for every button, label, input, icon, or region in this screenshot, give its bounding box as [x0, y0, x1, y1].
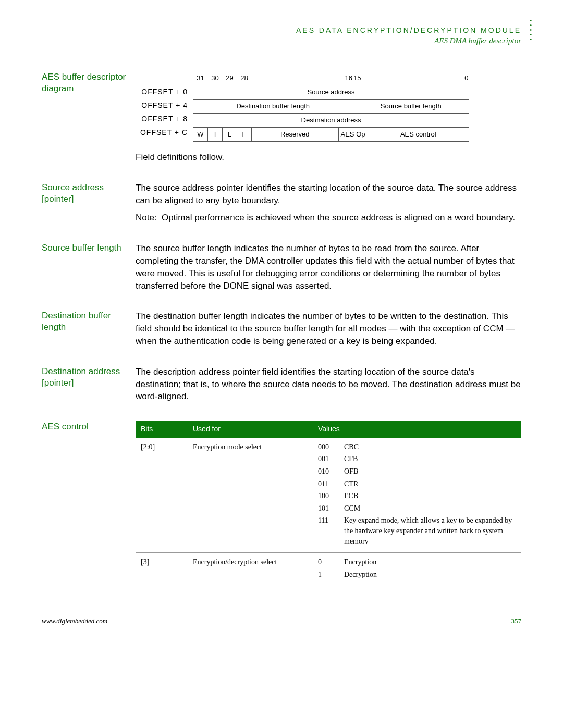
table-row: [2:0]Encryption mode select000CBC001CFB0…	[136, 438, 521, 553]
value-code: 011	[318, 479, 344, 489]
value-code: 000	[318, 442, 344, 452]
row-dest-buf-len: Destination buffer length	[193, 100, 353, 114]
value-row: 111Key expand mode, which allows a key t…	[318, 515, 516, 546]
bit-28: 28	[237, 71, 252, 85]
section-source-buffer-length: Source buffer length The source buffer l…	[42, 242, 521, 292]
body-source-address: The source address pointer identifies th…	[136, 182, 521, 207]
footer-page: 357	[511, 617, 522, 625]
header-title: AES DATA ENCRYPTION/DECRYPTION MODULE	[42, 26, 521, 34]
page-header: ••••• AES DATA ENCRYPTION/DECRYPTION MOD…	[42, 26, 521, 45]
th-values: Values	[313, 421, 521, 438]
section-aes-control: AES control Bits Used for Values [2:0]En…	[42, 421, 521, 586]
value-desc: CTR	[344, 479, 516, 489]
page-footer: www.digiembedded.com 357	[42, 617, 521, 625]
section-diagram: AES buffer descriptor diagram OFFSET + 0…	[42, 71, 521, 164]
section-source-address: Source address [pointer] The source addr…	[42, 182, 521, 224]
value-desc: Key expand mode, which allows a key to b…	[344, 515, 516, 546]
document-page: ••••• AES DATA ENCRYPTION/DECRYPTION MOD…	[0, 0, 563, 646]
value-code: 101	[318, 503, 344, 514]
diagram-body: OFFSET + 0 OFFSET + 4 OFFSET + 8 OFFSET …	[136, 71, 521, 164]
value-desc: Decryption	[344, 570, 516, 580]
bit-29: 29	[223, 71, 237, 85]
cell-used-for: Encryption mode select	[188, 438, 313, 553]
section-dest-address: Destination address [pointer] The descri…	[42, 366, 521, 403]
offset-8: OFFSET + 8	[136, 112, 188, 126]
body-dest-buffer-length: The destination buffer length indicates …	[136, 310, 521, 347]
aes-control-cell: AES control	[368, 128, 469, 142]
aes-op: AES Op	[338, 128, 368, 142]
title-dest-address: Destination address [pointer]	[42, 366, 136, 403]
note-label: Note:	[136, 212, 162, 224]
cell-bits: [2:0]	[136, 438, 188, 553]
value-code: 100	[318, 491, 344, 501]
offset-0: OFFSET + 0	[136, 85, 188, 98]
row-src-buf-len: Source buffer length	[353, 100, 469, 114]
table-row: [3]Encryption/decryption select0Encrypti…	[136, 553, 521, 586]
value-row: 1Decryption	[318, 570, 516, 580]
value-code: 1	[318, 570, 344, 580]
offset-c: OFFSET + C	[136, 126, 188, 139]
value-code: 001	[318, 454, 344, 464]
title-source-address: Source address [pointer]	[42, 182, 136, 224]
cell-bits: [3]	[136, 553, 188, 586]
value-code: 111	[318, 515, 344, 546]
flag-i: I	[208, 128, 223, 142]
value-desc: CFB	[344, 454, 516, 464]
cell-used-for: Encryption/decryption select	[188, 553, 313, 586]
value-row: 0Encryption	[318, 557, 516, 567]
bit-31: 31	[193, 71, 208, 85]
cell-values: 000CBC001CFB010OFB011CTR100ECB101CCM111K…	[313, 438, 521, 553]
th-used: Used for	[188, 421, 313, 438]
value-desc: CCM	[344, 503, 516, 514]
title-dest-buffer-length: Destination buffer length	[42, 310, 136, 347]
flag-l: L	[223, 128, 237, 142]
value-row: 011CTR	[318, 479, 516, 489]
value-desc: CBC	[344, 442, 516, 452]
flag-w: W	[193, 128, 208, 142]
bit-table: 31 30 29 28 16 15 0 Source address Desti…	[193, 71, 469, 142]
value-row: 100ECB	[318, 491, 516, 501]
title-source-buffer-length: Source buffer length	[42, 242, 136, 292]
value-row: 010OFB	[318, 466, 516, 477]
value-row: 101CCM	[318, 503, 516, 514]
row-source-address: Source address	[193, 85, 469, 100]
body-dest-address: The description address pointer field id…	[136, 366, 521, 403]
offset-labels: OFFSET + 0 OFFSET + 4 OFFSET + 8 OFFSET …	[136, 71, 193, 142]
value-row: 000CBC	[318, 442, 516, 452]
bit-diagram: OFFSET + 0 OFFSET + 4 OFFSET + 8 OFFSET …	[136, 71, 521, 142]
bit-16: 16	[338, 71, 353, 85]
section-dest-buffer-length: Destination buffer length The destinatio…	[42, 310, 521, 347]
row-dest-address: Destination address	[193, 114, 469, 128]
value-desc: Encryption	[344, 557, 516, 567]
body-source-buffer-length: The source buffer length indicates the n…	[136, 242, 521, 292]
footer-url: www.digiembedded.com	[42, 617, 107, 625]
reserved: Reserved	[252, 128, 339, 142]
field-definitions-follow: Field definitions follow.	[136, 151, 521, 164]
header-subtitle: AES DMA buffer descriptor	[42, 36, 521, 45]
th-bits: Bits	[136, 421, 188, 438]
bit-0: 0	[455, 71, 469, 85]
bit-15: 15	[353, 71, 368, 85]
value-code: 010	[318, 466, 344, 477]
value-desc: ECB	[344, 491, 516, 501]
section-title-diagram: AES buffer descriptor diagram	[42, 71, 136, 164]
offset-4: OFFSET + 4	[136, 98, 188, 112]
decorative-dots: •••••	[530, 18, 532, 42]
cell-values: 0Encryption1Decryption	[313, 553, 521, 586]
aes-control-table: Bits Used for Values [2:0]Encryption mod…	[136, 421, 521, 586]
flag-f: F	[237, 128, 252, 142]
bit-30: 30	[208, 71, 223, 85]
value-desc: OFB	[344, 466, 516, 477]
value-row: 001CFB	[318, 454, 516, 464]
value-code: 0	[318, 557, 344, 567]
note-text: Optimal performance is achieved when the…	[162, 212, 521, 224]
title-aes-control: AES control	[42, 421, 136, 586]
